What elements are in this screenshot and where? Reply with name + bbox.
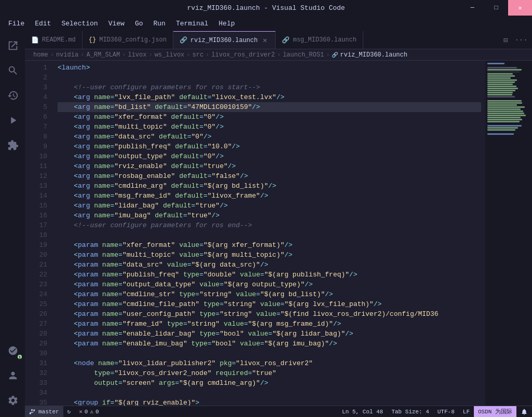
- tab-msg-icon: 🔗: [282, 36, 290, 44]
- status-sync[interactable]: ↻: [63, 406, 75, 418]
- breadcrumb-file[interactable]: rviz_MID360.launch: [340, 51, 407, 59]
- code-line-32: type="livox_ros_driver2_node" required="…: [58, 368, 481, 378]
- status-position[interactable]: Ln 5, Col 48: [338, 406, 387, 418]
- code-line-29: <param name="enable_imu_bag" type="bool"…: [58, 339, 481, 349]
- code-line-14: <arg name="msg_frame_id" default="livox_…: [58, 191, 481, 201]
- branch-name: master: [38, 409, 59, 415]
- activity-run-debug[interactable]: [0, 108, 25, 133]
- error-count: 0: [85, 409, 88, 415]
- tab-size-label: Tab Size: 4: [391, 409, 429, 415]
- code-line-8: <arg name="data_src" default="0"/>: [58, 132, 481, 142]
- code-line-31: <node name="livox_lidar_publisher2" pkg=…: [58, 358, 481, 368]
- menu-selection[interactable]: Selection: [57, 18, 102, 30]
- tabs-bar: 📄 README.md {} MID360_config.json 🔗 rviz…: [25, 31, 532, 49]
- minimize-button[interactable]: —: [460, 0, 484, 16]
- code-content[interactable]: <launch> <!--user configure parameters f…: [53, 61, 485, 406]
- warning-icon: ⚠: [90, 408, 93, 415]
- code-line-7: <arg name="multi_topic" default="0"/>: [58, 122, 481, 132]
- maximize-button[interactable]: □: [484, 0, 508, 16]
- code-line-6: <arg name="xfer_format" default="0"/>: [58, 112, 481, 122]
- code-line-34: [58, 388, 481, 398]
- code-editor: 12345 678910 1112131415 1617181920 21222…: [25, 61, 532, 406]
- tab-close-button[interactable]: ✕: [261, 36, 269, 45]
- code-line-3: <!--user configure parameters for ros st…: [58, 82, 481, 92]
- activity-remote[interactable]: 1: [0, 338, 25, 363]
- activity-account[interactable]: [0, 363, 25, 388]
- menu-terminal[interactable]: Terminal: [172, 18, 212, 30]
- code-line-10: <arg name="output_type" default="0"/>: [58, 151, 481, 161]
- window-controls: — □ ✕: [460, 0, 532, 16]
- menu-run[interactable]: Run: [149, 18, 169, 30]
- minimap-content: [485, 61, 532, 137]
- code-line-22: <param name="publish_freq" type="double"…: [58, 270, 481, 280]
- code-line-20: <param name="multi_topic" value="$(arg m…: [58, 250, 481, 260]
- code-line-35: <group if="$(arg rviz_enable)">: [58, 398, 481, 406]
- close-button[interactable]: ✕: [508, 0, 532, 16]
- status-bar: master ↻ ✕ 0 ⚠ 0 Ln 5, Col 48 Tab Size: …: [25, 406, 532, 417]
- more-actions-button[interactable]: ···: [514, 33, 528, 47]
- tab-msg-launch[interactable]: 🔗 msg_MID360.launch: [276, 31, 363, 49]
- code-line-16: <arg name="imu_bag" default="true"/>: [58, 211, 481, 220]
- code-line-2: [58, 73, 481, 82]
- tab-actions: ⊟ ···: [495, 31, 532, 49]
- breadcrumb-a-rm-slam[interactable]: A_RM_SLAM: [86, 51, 120, 59]
- status-notifications[interactable]: [516, 406, 532, 418]
- window-title: rviz_MID360.launch - Visual Studio Code: [187, 4, 345, 12]
- tab-json-icon: {}: [89, 36, 96, 44]
- code-line-21: <param name="data_src" value="$(arg data…: [58, 260, 481, 270]
- code-line-5: <arg name="bd_list" default="47MDL1C0010…: [58, 102, 481, 112]
- breadcrumb-driver2[interactable]: livox_ros_driver2: [211, 51, 275, 59]
- menu-go[interactable]: Go: [131, 18, 147, 30]
- activity-search[interactable]: [0, 58, 25, 83]
- breadcrumb-launch-ros1[interactable]: launch_ROS1: [283, 51, 324, 59]
- cursor-position: Ln 5, Col 48: [342, 409, 383, 415]
- status-errors[interactable]: ✕ 0 ⚠ 0: [75, 406, 103, 418]
- activity-settings[interactable]: [0, 388, 25, 413]
- breadcrumb-home[interactable]: home: [33, 51, 48, 59]
- menu-file[interactable]: File: [4, 18, 29, 30]
- status-line-ending[interactable]: LF: [459, 406, 474, 418]
- activity-bottom: 1: [0, 338, 25, 417]
- editor-area: 📄 README.md {} MID360_config.json 🔗 rviz…: [25, 31, 532, 417]
- code-line-27: <param name="frame_id" type="string" val…: [58, 319, 481, 329]
- code-line-33: output="screen" args="$(arg cmdline_arg)…: [58, 378, 481, 388]
- breadcrumb-src[interactable]: src: [192, 51, 203, 59]
- breadcrumb-ws-livox[interactable]: ws_livox: [155, 51, 185, 59]
- activity-extensions[interactable]: [0, 133, 25, 158]
- tab-json-label: MID360_config.json: [99, 36, 167, 44]
- line-ending-label: LF: [463, 409, 470, 415]
- code-line-17: <!--user configure parameters for ros en…: [58, 220, 481, 230]
- activity-source-control[interactable]: [0, 83, 25, 108]
- activity-explorer[interactable]: [0, 33, 25, 58]
- split-editor-button[interactable]: ⊟: [499, 33, 512, 47]
- line-numbers: 12345 678910 1112131415 1617181920 21222…: [25, 61, 53, 406]
- tab-config-json[interactable]: {} MID360_config.json: [83, 31, 173, 49]
- code-line-26: <param name="user_config_path" type="str…: [58, 309, 481, 319]
- menu-view[interactable]: View: [104, 18, 129, 30]
- status-language[interactable]: OSDN 为国际: [474, 406, 516, 418]
- sync-icon: ↻: [67, 408, 71, 415]
- code-line-9: <arg name="publish_freq" default="10.0"/…: [58, 142, 481, 151]
- code-line-30: [58, 349, 481, 358]
- code-line-1: <launch>: [58, 63, 481, 73]
- main-layout: 1 📄 README.md {} MID360_config.json 🔗: [0, 31, 532, 417]
- breadcrumb: home › nvidia › A_RM_SLAM › livox › ws_l…: [25, 49, 532, 61]
- tab-rviz-launch[interactable]: 🔗 rviz_MID360.launch ✕: [173, 31, 276, 49]
- breadcrumb-livox[interactable]: livox: [128, 51, 146, 59]
- activity-bar: 1: [0, 31, 25, 417]
- minimap: [485, 61, 532, 406]
- tab-readme-icon: 📄: [31, 36, 39, 44]
- status-encoding[interactable]: UTF-8: [433, 406, 459, 418]
- status-tab-size[interactable]: Tab Size: 4: [387, 406, 433, 418]
- code-line-4: <arg name="lvx_file_path" default="livox…: [58, 92, 481, 102]
- tab-readme[interactable]: 📄 README.md: [25, 31, 83, 49]
- encoding-label: UTF-8: [438, 409, 455, 415]
- menu-edit[interactable]: Edit: [31, 18, 55, 30]
- tab-msg-label: msg_MID360.launch: [293, 36, 356, 44]
- status-branch[interactable]: master: [25, 406, 63, 418]
- breadcrumb-nvidia[interactable]: nvidia: [56, 51, 78, 59]
- menu-help[interactable]: Help: [214, 18, 239, 30]
- error-icon: ✕: [79, 408, 83, 415]
- tab-readme-label: README.md: [42, 36, 76, 44]
- code-line-11: <arg name="rviz_enable" default="true"/>: [58, 161, 481, 171]
